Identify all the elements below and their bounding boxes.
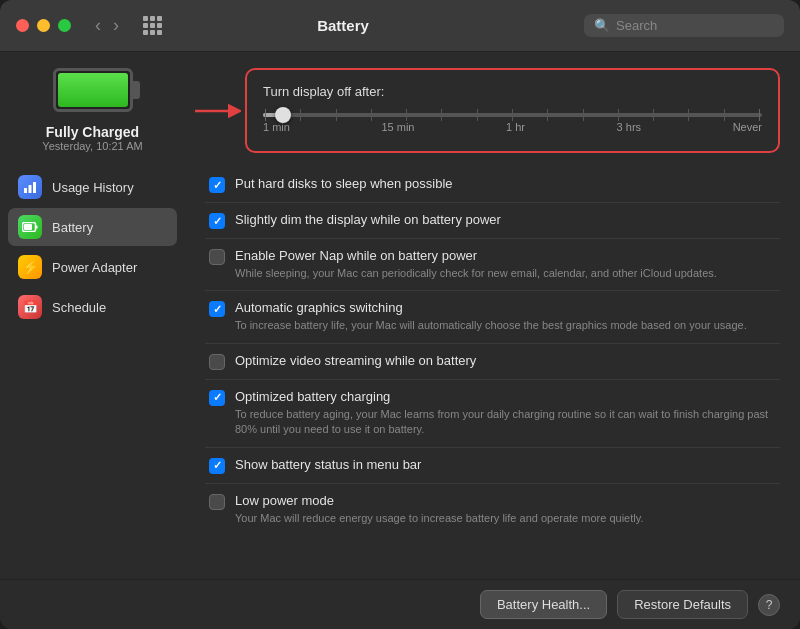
setting-hard-disks: ✓ Put hard disks to sleep when possible [205,167,780,203]
battery-fill [58,73,128,107]
display-off-section: Turn display off after: [245,68,780,153]
battery-nav-icon [18,215,42,239]
schedule-label: Schedule [52,300,106,315]
back-button[interactable]: ‹ [91,13,105,38]
battery-nav-label: Battery [52,220,93,235]
svg-rect-4 [24,224,32,230]
svg-rect-1 [29,185,32,193]
search-icon: 🔍 [594,18,610,33]
setting-auto-graphics: ✓ Automatic graphics switching To increa… [205,291,780,343]
setting-video-streaming: Optimize video streaming while on batter… [205,344,780,380]
setting-optimized-charging: ✓ Optimized battery charging To reduce b… [205,380,780,448]
usage-history-label: Usage History [52,180,134,195]
setting-title-low-power: Low power mode [235,493,776,508]
slider-label-1min: 1 min [263,121,290,133]
setting-desc-power-nap: While sleeping, your Mac can periodicall… [235,266,776,281]
system-preferences-window: ‹ › Battery 🔍 Fully Charged Yesterd [0,0,800,629]
help-button[interactable]: ? [758,594,780,616]
checkbox-low-power[interactable] [209,494,225,510]
checkbox-power-nap[interactable] [209,249,225,265]
battery-time-label: Yesterday, 10:21 AM [42,140,142,152]
setting-desc-optimized-charging: To reduce battery aging, your Mac learns… [235,407,776,438]
schedule-icon: 📅 [18,295,42,319]
sidebar-item-schedule[interactable]: 📅 Schedule [8,288,177,326]
setting-title-auto-graphics: Automatic graphics switching [235,300,776,315]
setting-desc-low-power: Your Mac will reduce energy usage to inc… [235,511,776,526]
battery-visual [53,68,133,112]
setting-title-dim-display: Slightly dim the display while on batter… [235,212,776,227]
minimize-button[interactable] [37,19,50,32]
slider-labels: 1 min 15 min 1 hr 3 hrs Never [263,121,762,133]
sidebar-item-battery[interactable]: Battery [8,208,177,246]
svg-rect-2 [33,182,36,193]
battery-icon-container [53,68,133,112]
checkbox-video-streaming[interactable] [209,354,225,370]
power-adapter-label: Power Adapter [52,260,137,275]
checkbox-hard-disks[interactable]: ✓ [209,177,225,193]
checkbox-menu-bar[interactable]: ✓ [209,458,225,474]
main-content: Fully Charged Yesterday, 10:21 AM Usage … [0,52,800,579]
setting-title-optimized-charging: Optimized battery charging [235,389,776,404]
titlebar: ‹ › Battery 🔍 [0,0,800,52]
setting-dim-display: ✓ Slightly dim the display while on batt… [205,203,780,239]
checkbox-dim-display[interactable]: ✓ [209,213,225,229]
power-adapter-icon: ⚡ [18,255,42,279]
close-button[interactable] [16,19,29,32]
sidebar-nav: Usage History Battery ⚡ [0,168,185,328]
checkbox-optimized-charging[interactable]: ✓ [209,390,225,406]
arrow-indicator [193,100,241,122]
arrow-svg [193,100,241,122]
setting-title-menu-bar: Show battery status in menu bar [235,457,776,472]
sidebar-item-power-adapter[interactable]: ⚡ Power Adapter [8,248,177,286]
setting-power-nap: Enable Power Nap while on battery power … [205,239,780,291]
slider-label-3hrs: 3 hrs [617,121,641,133]
battery-health-button[interactable]: Battery Health... [480,590,607,619]
setting-title-hard-disks: Put hard disks to sleep when possible [235,176,776,191]
svg-rect-0 [24,188,27,193]
search-box[interactable]: 🔍 [584,14,784,37]
battery-status-label: Fully Charged [46,124,139,140]
maximize-button[interactable] [58,19,71,32]
slider-label-15min: 15 min [381,121,414,133]
settings-list: ✓ Put hard disks to sleep when possible … [205,167,780,535]
display-off-label: Turn display off after: [263,84,762,99]
traffic-lights [16,19,71,32]
slider-thumb[interactable] [275,107,291,123]
slider-container: 1 min 15 min 1 hr 3 hrs Never [263,109,762,137]
sidebar: Fully Charged Yesterday, 10:21 AM Usage … [0,52,185,579]
slider-label-never: Never [733,121,762,133]
slider-label-1hr: 1 hr [506,121,525,133]
setting-desc-auto-graphics: To increase battery life, your Mac will … [235,318,776,333]
svg-rect-5 [36,226,38,229]
setting-title-power-nap: Enable Power Nap while on battery power [235,248,776,263]
slider-track [263,113,762,117]
setting-low-power: Low power mode Your Mac will reduce ener… [205,484,780,535]
window-title: Battery [114,17,572,34]
search-input[interactable] [616,18,766,33]
setting-title-video-streaming: Optimize video streaming while on batter… [235,353,776,368]
sidebar-item-usage-history[interactable]: Usage History [8,168,177,206]
checkbox-auto-graphics[interactable]: ✓ [209,301,225,317]
usage-history-icon [18,175,42,199]
bottom-bar: Battery Health... Restore Defaults ? [0,579,800,629]
restore-defaults-button[interactable]: Restore Defaults [617,590,748,619]
setting-menu-bar: ✓ Show battery status in menu bar [205,448,780,484]
content-area: Turn display off after: [185,52,800,579]
